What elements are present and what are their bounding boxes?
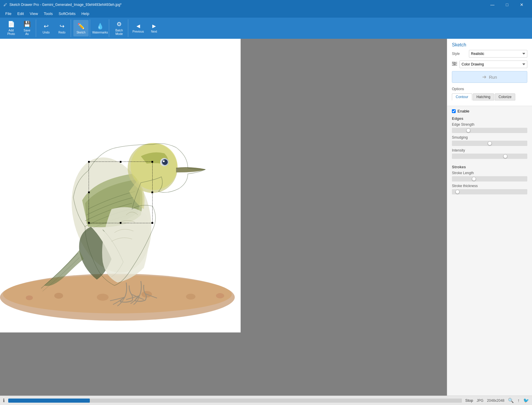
format-label: JPG bbox=[477, 399, 483, 403]
menu-help[interactable]: Help bbox=[78, 10, 92, 17]
svg-point-5 bbox=[186, 294, 195, 300]
prev-icon: ◀ bbox=[136, 23, 140, 29]
panel-content: Enable Edges Edge Strength Smudging Inte… bbox=[447, 106, 532, 203]
edges-section: Edges Edge Strength Smudging Intensity bbox=[452, 116, 527, 161]
window-title: Sketch Drawer Pro - Gemini_Generated_Ima… bbox=[9, 3, 121, 7]
strokes-section: Strokes Stroke Length Stroke thickness bbox=[452, 165, 527, 197]
next-button[interactable]: ▶ Next bbox=[146, 20, 162, 36]
title-bar: 🖊 Sketch Drawer Pro - Gemini_Generated_I… bbox=[0, 0, 532, 9]
maximize-button[interactable]: □ bbox=[500, 0, 514, 9]
minimize-button[interactable]: — bbox=[486, 0, 499, 9]
previous-button[interactable]: ◀ Previous bbox=[131, 20, 146, 36]
previous-label: Previous bbox=[133, 30, 144, 33]
edges-title: Edges bbox=[452, 116, 527, 121]
redo-button[interactable]: ↪ Redo bbox=[54, 20, 70, 36]
undo-label: Undo bbox=[43, 31, 50, 34]
tab-bar: Contour Hatching Colorize bbox=[452, 93, 527, 100]
svg-point-2 bbox=[54, 293, 63, 299]
menu-bar: File Edit View Tools SoftOrbits Help bbox=[0, 9, 532, 18]
run-label: Run bbox=[489, 75, 497, 80]
sketch-label: Sketch bbox=[77, 31, 86, 34]
smudging-label: Smudging bbox=[452, 135, 527, 140]
svg-point-12 bbox=[162, 159, 168, 165]
watermarks-label: Watermarks bbox=[92, 31, 108, 34]
style-select[interactable]: Realistic Cartoon Anime Pencil bbox=[469, 50, 527, 58]
title-bar-controls: — □ ✕ bbox=[486, 0, 528, 9]
sketch-button[interactable]: ✏️ Sketch bbox=[73, 20, 89, 36]
bird-svg bbox=[0, 39, 241, 332]
canvas-background bbox=[0, 39, 447, 396]
stroke-thickness-label: Stroke thickness bbox=[452, 184, 527, 188]
title-bar-left: 🖊 Sketch Drawer Pro - Gemini_Generated_I… bbox=[4, 3, 121, 7]
enable-checkbox[interactable] bbox=[452, 109, 456, 113]
stroke-length-label: Stroke Length bbox=[452, 171, 527, 175]
menu-edit[interactable]: Edit bbox=[14, 10, 27, 17]
menu-tools[interactable]: Tools bbox=[41, 10, 55, 17]
save-icon: 💾 bbox=[23, 21, 31, 28]
tool-group-edit: ↩ Undo ↪ Redo bbox=[37, 19, 71, 37]
edge-strength-slider[interactable] bbox=[452, 128, 527, 133]
batch-button[interactable]: ⚙ BatchMode bbox=[112, 20, 127, 36]
share-icon[interactable]: ↑ bbox=[517, 398, 520, 403]
progress-bar bbox=[8, 399, 462, 403]
next-icon: ▶ bbox=[152, 23, 156, 29]
panel-title: Sketch bbox=[452, 42, 527, 48]
svg-point-20 bbox=[453, 65, 455, 66]
watermarks-icon: 💧 bbox=[97, 23, 104, 30]
presets-row: Color Drawing Pencil Sketch Charcoal Ink bbox=[452, 61, 527, 68]
add-photo-button[interactable]: 📄 AddPhoto bbox=[4, 20, 19, 36]
main-area: Sketch Style Realistic Cartoon Anime Pen… bbox=[0, 39, 532, 396]
run-button[interactable]: ➜ Run bbox=[452, 71, 527, 83]
menu-file[interactable]: File bbox=[2, 10, 14, 17]
undo-icon: ↩ bbox=[44, 23, 49, 30]
stroke-length-slider[interactable] bbox=[452, 176, 527, 182]
options-label: Options bbox=[452, 87, 527, 91]
edge-strength-label: Edge Strength bbox=[452, 122, 527, 127]
presets-icon bbox=[452, 62, 457, 67]
tab-colorize[interactable]: Colorize bbox=[495, 93, 515, 100]
save-label: SaveAs bbox=[24, 29, 31, 36]
status-bar: ℹ Stop JPG 2048x2048 🔍 ↑ 🐦 bbox=[0, 396, 532, 405]
next-label: Next bbox=[151, 30, 157, 33]
tab-contour[interactable]: Contour bbox=[452, 93, 472, 100]
sketch-icon: ✏️ bbox=[77, 23, 85, 30]
smudging-slider[interactable] bbox=[452, 141, 527, 146]
presets-select[interactable]: Color Drawing Pencil Sketch Charcoal Ink bbox=[460, 61, 527, 68]
add-photo-label: AddPhoto bbox=[7, 29, 15, 36]
info-icon[interactable]: ℹ bbox=[3, 398, 5, 403]
save-button[interactable]: 💾 SaveAs bbox=[19, 20, 35, 36]
redo-icon: ↪ bbox=[60, 23, 65, 30]
progress-fill bbox=[8, 399, 90, 403]
watermarks-button[interactable]: 💧 Watermarks bbox=[92, 20, 108, 36]
batch-icon: ⚙ bbox=[116, 21, 122, 28]
canvas-area[interactable] bbox=[0, 39, 447, 396]
stroke-thickness-slider[interactable] bbox=[452, 189, 527, 194]
tool-group-sketch: ✏️ Sketch bbox=[72, 19, 90, 37]
app-icon: 🖊 bbox=[4, 3, 7, 7]
svg-point-13 bbox=[163, 160, 165, 162]
run-arrow-icon: ➜ bbox=[482, 74, 487, 80]
intensity-label: Intensity bbox=[452, 148, 527, 152]
menu-view[interactable]: View bbox=[27, 10, 41, 17]
batch-label: BatchMode bbox=[115, 29, 123, 36]
close-button[interactable]: ✕ bbox=[515, 0, 528, 9]
strokes-title: Strokes bbox=[452, 165, 527, 169]
twitter-icon[interactable]: 🐦 bbox=[523, 398, 529, 403]
tab-hatching[interactable]: Hatching bbox=[473, 93, 494, 100]
undo-button[interactable]: ↩ Undo bbox=[38, 20, 54, 36]
right-panel: Sketch Style Realistic Cartoon Anime Pen… bbox=[447, 39, 532, 396]
svg-point-18 bbox=[455, 63, 456, 65]
menu-softorbits[interactable]: SoftOrbits bbox=[56, 10, 79, 17]
stop-button[interactable]: Stop bbox=[465, 398, 473, 403]
tool-group-file: 📄 AddPhoto 💾 SaveAs bbox=[2, 19, 36, 37]
tool-group-watermarks: 💧 Watermarks bbox=[91, 19, 109, 37]
panel-header: Sketch Style Realistic Cartoon Anime Pen… bbox=[447, 39, 532, 106]
tool-group-nav: ◀ Previous ▶ Next bbox=[129, 19, 163, 37]
svg-point-16 bbox=[453, 62, 454, 63]
zoom-out-icon[interactable]: 🔍 bbox=[508, 398, 514, 403]
svg-point-3 bbox=[97, 294, 109, 301]
svg-point-6 bbox=[26, 295, 33, 300]
svg-point-7 bbox=[216, 293, 224, 298]
bird-canvas bbox=[0, 39, 241, 332]
intensity-slider[interactable] bbox=[452, 154, 527, 159]
